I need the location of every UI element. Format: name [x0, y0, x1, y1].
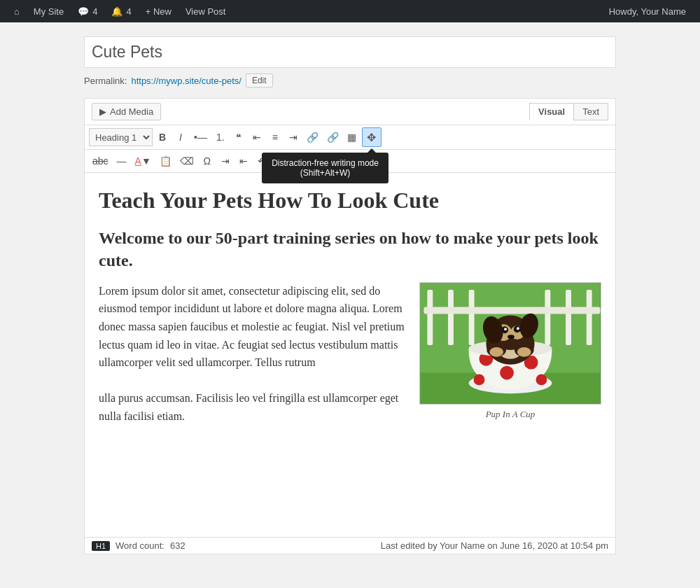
status-bar: H1 Word count: 632 Last edited by Your N…: [85, 537, 615, 554]
word-count-label: Word count:: [115, 540, 164, 551]
puppy-svg: [420, 283, 601, 404]
distraction-free-tooltip: Distraction-free writing mode (Shift+Alt…: [262, 153, 388, 183]
align-left-button[interactable]: ⇤: [248, 128, 265, 146]
indent-button[interactable]: ⇥: [217, 152, 234, 170]
outdent-button[interactable]: ⇤: [235, 152, 252, 170]
post-heading: Teach Your Pets How To Look Cute: [99, 187, 601, 214]
tab-text[interactable]: Text: [573, 103, 608, 120]
svg-point-23: [504, 328, 507, 330]
link-button[interactable]: 🔗: [303, 128, 322, 146]
add-media-button[interactable]: ▶ Add Media: [92, 103, 161, 120]
add-media-icon: ▶: [99, 106, 106, 117]
adminbar-view-post[interactable]: View Post: [178, 0, 233, 22]
strikethrough-button[interactable]: abc: [89, 152, 112, 170]
ordered-list-button[interactable]: 1.: [212, 128, 229, 146]
fullscreen-icon: ✥: [367, 131, 376, 144]
svg-rect-4: [469, 290, 475, 345]
align-center-button[interactable]: ≡: [267, 128, 284, 146]
permalink-edit-button[interactable]: Edit: [246, 74, 273, 88]
svg-rect-2: [427, 290, 433, 345]
home-icon: ⌂: [14, 6, 20, 17]
image-caption: Pup In A Cup: [419, 407, 601, 422]
blockquote-button[interactable]: ❝: [230, 128, 247, 146]
heading-select[interactable]: Heading 1 Heading 2 Heading 3 Paragraph: [89, 128, 153, 146]
permalink-url[interactable]: https://mywp.site/cute-pets/: [131, 76, 241, 86]
svg-rect-8: [424, 307, 600, 314]
align-right-button[interactable]: ⇥: [285, 128, 302, 146]
unlink-button[interactable]: 🔗: [323, 128, 342, 146]
bold-button[interactable]: B: [154, 128, 171, 146]
toolbar-row-1: Heading 1 Heading 2 Heading 3 Paragraph …: [85, 125, 615, 150]
post-title-input[interactable]: Cute Pets: [84, 36, 616, 68]
content-area: Pup In A Cup Lorem ipsum dolor sit amet,…: [99, 282, 601, 429]
distraction-free-wrap: ✥ Distraction-free writing mode (Shift+A…: [362, 127, 382, 147]
editor-body[interactable]: Teach Your Pets How To Look Cute Welcome…: [85, 173, 615, 537]
svg-point-25: [507, 335, 514, 339]
permalink-label: Permalink:: [84, 76, 127, 86]
permalink-row: Permalink: https://mywp.site/cute-pets/ …: [84, 74, 616, 88]
svg-rect-5: [545, 290, 550, 345]
adminbar-howdy[interactable]: Howdy, Your Name: [602, 0, 693, 22]
last-edited-text: Last edited by Your Name on June 16, 202…: [381, 540, 608, 551]
svg-point-30: [489, 347, 503, 357]
image-wrap: Pup In A Cup: [419, 282, 601, 422]
adminbar-right: Howdy, Your Name: [602, 0, 693, 22]
svg-rect-6: [566, 290, 571, 345]
adminbar-site-name[interactable]: My Site: [27, 0, 71, 22]
admin-bar: ⌂ My Site 💬 4 🔔 4 + New View Post Howdy,…: [0, 0, 700, 22]
tab-visual[interactable]: Visual: [529, 103, 573, 120]
svg-point-31: [517, 347, 531, 357]
clear-format-button[interactable]: ⌫: [176, 152, 197, 170]
h1-badge: H1: [92, 541, 110, 551]
adminbar-site-icon[interactable]: ⌂: [7, 0, 27, 22]
paste-word-button[interactable]: 📋: [156, 152, 175, 170]
text-color-button[interactable]: A▼: [132, 152, 155, 170]
italic-button[interactable]: I: [172, 128, 189, 146]
word-count-value: 632: [170, 540, 186, 551]
svg-point-11: [500, 365, 514, 379]
adminbar-comments[interactable]: 💬 4: [71, 0, 104, 22]
editor-top-bar: ▶ Add Media Visual Text: [85, 99, 615, 125]
comments-icon: 💬: [78, 6, 89, 17]
adminbar-updates[interactable]: 🔔 4: [104, 0, 138, 22]
adminbar-new[interactable]: + New: [139, 0, 178, 22]
updates-icon: 🔔: [111, 6, 122, 17]
post-subheading: Welcome to our 50-part training series o…: [99, 227, 601, 271]
main-content: Cute Pets Permalink: https://mywp.site/c…: [70, 22, 630, 568]
unordered-list-button[interactable]: •—: [190, 128, 211, 146]
editor-container: ▶ Add Media Visual Text Heading 1 Headin…: [84, 98, 616, 554]
status-left: H1 Word count: 632: [92, 540, 186, 551]
svg-point-14: [474, 374, 485, 385]
horizontal-rule-button[interactable]: —: [113, 152, 130, 170]
svg-rect-7: [587, 290, 592, 345]
svg-rect-3: [448, 290, 454, 345]
distraction-free-button[interactable]: ✥: [362, 127, 382, 147]
svg-point-24: [517, 327, 519, 330]
status-right: Last edited by Your Name on June 16, 202…: [381, 540, 608, 551]
puppy-image: [419, 282, 601, 405]
special-char-button[interactable]: Ω: [199, 152, 216, 170]
visual-text-tabs: Visual Text: [529, 103, 608, 120]
svg-point-13: [536, 374, 547, 385]
table-button[interactable]: ▦: [344, 128, 360, 146]
